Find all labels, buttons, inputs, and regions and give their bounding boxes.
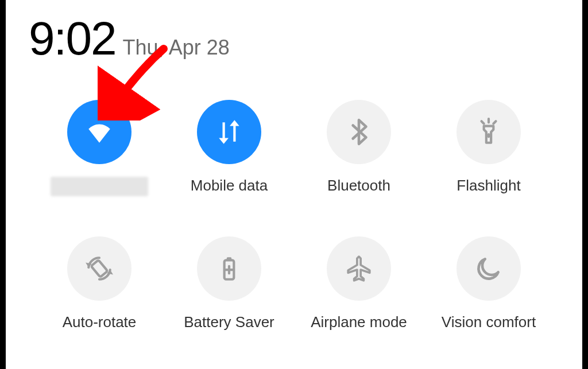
bluetooth-icon bbox=[327, 100, 391, 164]
wifi-tile[interactable] bbox=[43, 100, 156, 196]
bluetooth-label: Bluetooth bbox=[327, 177, 390, 195]
auto-rotate-icon bbox=[67, 236, 131, 301]
wifi-label bbox=[51, 177, 148, 196]
svg-line-4 bbox=[493, 121, 496, 123]
bluetooth-tile[interactable]: Bluetooth bbox=[303, 100, 415, 196]
airplane-mode-tile[interactable]: Airplane mode bbox=[303, 236, 415, 331]
auto-rotate-tile[interactable]: Auto-rotate bbox=[43, 236, 156, 331]
battery-saver-label: Battery Saver bbox=[184, 313, 274, 331]
svg-rect-5 bbox=[91, 260, 108, 277]
svg-line-3 bbox=[482, 121, 484, 123]
airplane-mode-label: Airplane mode bbox=[311, 313, 407, 331]
flashlight-icon bbox=[457, 100, 521, 164]
mobile-data-icon bbox=[197, 100, 261, 164]
clock-date: Thu, Apr 28 bbox=[123, 36, 230, 60]
auto-rotate-label: Auto-rotate bbox=[63, 313, 137, 331]
clock-time: 9:02 bbox=[29, 11, 116, 65]
vision-comfort-label: Vision comfort bbox=[442, 313, 536, 331]
quick-settings-panel: 9:02 Thu, Apr 28 bbox=[6, 0, 582, 369]
moon-icon bbox=[457, 236, 521, 301]
quick-settings-grid: Mobile data Bluetooth Flashlight bbox=[29, 100, 559, 331]
vision-comfort-tile[interactable]: Vision comfort bbox=[432, 236, 545, 331]
airplane-icon bbox=[327, 236, 391, 301]
battery-saver-tile[interactable]: Battery Saver bbox=[173, 236, 285, 331]
flashlight-tile[interactable]: Flashlight bbox=[432, 100, 545, 196]
mobile-data-tile[interactable]: Mobile data bbox=[173, 100, 285, 196]
mobile-data-label: Mobile data bbox=[191, 177, 268, 195]
status-header: 9:02 Thu, Apr 28 bbox=[29, 11, 559, 65]
wifi-icon bbox=[67, 100, 131, 164]
flashlight-label: Flashlight bbox=[457, 177, 520, 195]
battery-saver-icon bbox=[197, 236, 261, 301]
svg-rect-9 bbox=[227, 257, 231, 260]
